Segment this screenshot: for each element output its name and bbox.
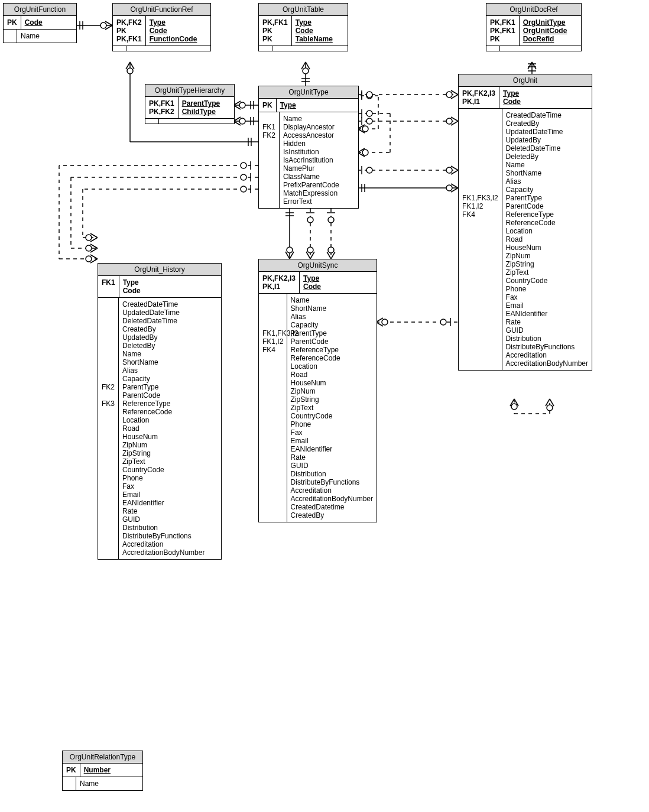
svg-point-63 <box>307 217 313 223</box>
entity-orgunitdocref: OrgUnitDocRefPK,FK1 PK,FK1 PKOrgUnitType… <box>486 3 582 51</box>
svg-point-48 <box>446 118 452 124</box>
entity-title: OrgUnitRelationType <box>63 751 142 764</box>
svg-point-54 <box>511 404 517 410</box>
body-section: Name <box>4 30 76 43</box>
svg-point-44 <box>446 167 452 173</box>
pk-section: PK,FK2,I3 PK,I1Type Code <box>459 87 592 109</box>
svg-point-14 <box>239 102 245 108</box>
er-diagram: { "entities": { "orgUnitFunction": { "ti… <box>0 0 649 812</box>
body-section <box>145 119 234 124</box>
body-section: FK1,FK3,I2 FK1,I2 FK4 CreatedDateTime Cr… <box>459 109 592 370</box>
svg-point-26 <box>366 93 372 99</box>
entity-orgunitfunctionref: OrgUnitFunctionRefPK,FK2 PK PK,FK1Type C… <box>112 3 211 51</box>
pk-section: PKNumber <box>63 764 142 777</box>
svg-point-35 <box>366 92 372 98</box>
pk-section: PK,FK2,I3 PK,I1Type Code <box>259 272 377 294</box>
body-section <box>259 46 348 51</box>
entity-orgunit: OrgUnitPK,FK2,I3 PK,I1Type Code FK1,FK3,… <box>458 74 592 371</box>
svg-point-43 <box>366 167 372 173</box>
svg-point-30 <box>362 150 368 155</box>
entity-title: OrgUnit <box>459 74 592 87</box>
pk-section: PK,FK1 PK PKType Code TableName <box>259 16 348 46</box>
svg-point-69 <box>382 319 388 325</box>
svg-point-83 <box>86 245 92 251</box>
svg-point-47 <box>366 118 372 124</box>
svg-point-40 <box>446 185 452 191</box>
entity-title: OrgUnitTypeHierarchy <box>145 85 234 97</box>
svg-point-61 <box>307 247 313 253</box>
entity-title: OrgUnitDocRef <box>486 4 581 16</box>
entity-title: OrgUnitSync <box>259 259 377 272</box>
svg-point-10 <box>303 68 309 74</box>
svg-point-89 <box>86 235 92 241</box>
svg-point-88 <box>241 186 246 192</box>
entity-orgunittable: OrgUnitTablePK,FK1 PK PKType Code TableN… <box>258 3 348 51</box>
entity-title: OrgUnitFunctionRef <box>113 4 210 16</box>
svg-point-3 <box>100 22 106 28</box>
body-section <box>486 46 581 51</box>
entity-orgunittypehierarchy: OrgUnitTypeHierarchyPK,FK1 PK,FK2ParentT… <box>145 84 235 124</box>
pk-section: PK,FK1 PK,FK1 PKOrgUnitType OrgUnitCode … <box>486 16 581 46</box>
svg-point-18 <box>239 118 245 124</box>
svg-point-67 <box>328 217 334 223</box>
entity-orgunittype: OrgUnitTypePKType FK1 FK2 Name DisplayAn… <box>258 86 359 209</box>
entity-orgunitsync: OrgUnitSyncPK,FK2,I3 PK,I1Type Code FK1,… <box>258 259 377 522</box>
svg-point-76 <box>241 163 246 168</box>
body-section: FK1 FK2 Name DisplayAncestor AccessAnces… <box>259 112 358 208</box>
body-section <box>113 46 210 51</box>
svg-point-6 <box>127 68 133 74</box>
svg-point-77 <box>86 256 92 262</box>
entity-title: OrgUnitFunction <box>4 4 76 16</box>
entity-title: OrgUnit_History <box>98 264 221 276</box>
body-section: FK2 FK3 CreatedDateTime UpdatedDateTime … <box>98 298 221 559</box>
svg-point-24 <box>362 126 368 132</box>
pk-section: PKCode <box>4 16 76 30</box>
entity-orgunitrelationtype: OrgUnitRelationTypePKNumberName <box>62 751 143 791</box>
pk-section: PK,FK2 PK PK,FK1Type Code FunctionCode <box>113 16 210 46</box>
svg-point-71 <box>440 319 446 325</box>
entity-title: OrgUnitType <box>259 86 358 99</box>
body-section: Name <box>63 777 142 790</box>
svg-point-57 <box>287 247 293 253</box>
pk-section: FK1 Type Code <box>98 276 221 298</box>
pk-section: PK,FK1 PK,FK2ParentType ChildType <box>145 97 234 119</box>
svg-point-65 <box>328 247 334 253</box>
body-section: FK1,FK3,I2 FK1,I2 FK4 Name ShortName Ali… <box>259 294 377 522</box>
svg-point-82 <box>241 174 246 180</box>
entity-orgunitfunction: OrgUnitFunctionPKCodeName <box>3 3 77 43</box>
svg-point-36 <box>446 92 452 98</box>
entity-orgunithistory: OrgUnit_HistoryFK1 Type Code FK2 FK3 Cre… <box>98 263 222 560</box>
pk-section: PKType <box>259 99 358 112</box>
entity-title: OrgUnitTable <box>259 4 348 16</box>
svg-point-32 <box>366 111 372 116</box>
svg-point-55 <box>547 405 553 411</box>
